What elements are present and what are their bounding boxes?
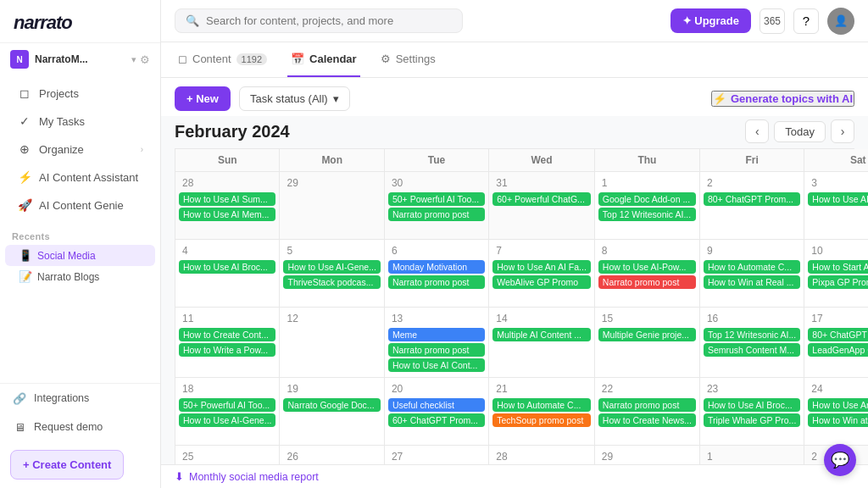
calendar-event[interactable]: Narrato Google Doc... bbox=[283, 398, 380, 412]
calendar-day-cell[interactable]: 1Google Doc Add-on ...Top 12 Writesonic … bbox=[595, 172, 700, 240]
tab-content[interactable]: ◻ Content 1192 bbox=[175, 42, 270, 77]
user-avatar[interactable]: 👤 bbox=[827, 8, 854, 35]
calendar-event[interactable]: Useful checklist bbox=[388, 398, 485, 412]
calendar-event[interactable]: How to Use AI-Gene... bbox=[179, 413, 275, 427]
calendar-day-cell[interactable]: 8How to Use AI-Pow...Narrato promo post bbox=[595, 240, 700, 308]
calendar-day-cell[interactable]: 21How to Automate C...TechSoup promo pos… bbox=[489, 378, 595, 446]
today-button[interactable]: Today bbox=[774, 121, 826, 142]
calendar-event[interactable]: 80+ ChatGPT Prom... bbox=[808, 328, 868, 341]
calendar-event[interactable]: Monday Motivation bbox=[388, 260, 485, 274]
calendar-event[interactable]: Google Doc Add-on ... bbox=[598, 192, 696, 206]
monthly-report-link[interactable]: Monthly social media report bbox=[189, 471, 319, 483]
calendar-day-cell[interactable]: 27Top 12 Writesonic AI...Narrato promo p… bbox=[385, 446, 489, 464]
calendar-event[interactable]: How to Win at Real ... bbox=[808, 413, 868, 427]
sidebar-item-ai-content-assistant[interactable]: ⚡ AI Content Assistant bbox=[5, 164, 155, 191]
calendar-event[interactable]: 50+ Powerful AI Too... bbox=[179, 398, 275, 412]
calendar-day-cell[interactable]: 3How to Use AI Mem... bbox=[804, 172, 868, 240]
calendar-event[interactable]: How to Use AI-Gene... bbox=[283, 260, 380, 274]
calendar-event[interactable]: How to Use AI Mem... bbox=[808, 192, 868, 206]
calendar-event[interactable]: How to Automate C... bbox=[492, 398, 591, 412]
calendar-event[interactable]: How to Use AI-Pow... bbox=[598, 260, 696, 274]
calendar-event[interactable]: LeadGenApp GP Pro... bbox=[808, 343, 868, 357]
calendar-event[interactable]: ThriveStack podcas... bbox=[283, 275, 380, 289]
calendar-day-cell[interactable]: 28Poll50+ ChatGPT Prom... bbox=[489, 446, 595, 464]
calendar-day-cell[interactable]: 25How to Use AI Cont...NetPeak Software … bbox=[175, 446, 280, 464]
calendar-event[interactable]: How to Write a Pow... bbox=[179, 343, 275, 357]
tab-calendar[interactable]: 📅 Calendar bbox=[287, 42, 360, 77]
calendar-day-cell[interactable]: 28How to Use AI Sum...How to Use AI Mem.… bbox=[175, 172, 280, 240]
calendar-day-cell[interactable]: 19Narrato Google Doc... bbox=[280, 378, 384, 446]
sidebar-item-narrato-blogs[interactable]: 📝 Narrato Blogs bbox=[0, 266, 160, 287]
calendar-event[interactable]: 60+ Powerful ChatG... bbox=[492, 192, 591, 206]
calendar-day-cell[interactable]: 24How to Use An AI Fa...How to Win at Re… bbox=[804, 378, 868, 446]
calendar-event[interactable]: How to Use An AI Fa... bbox=[492, 260, 591, 274]
calendar-event[interactable]: Narrato promo post bbox=[388, 275, 485, 289]
calendar-event[interactable]: Top 12 Writesonic AI... bbox=[598, 208, 696, 221]
sidebar-item-my-tasks[interactable]: ✓ My Tasks bbox=[5, 108, 155, 135]
calendar-event[interactable]: How to Use AI Sum... bbox=[179, 192, 275, 206]
calendar-event[interactable]: How to Use AI Broc... bbox=[704, 398, 800, 412]
gear-icon[interactable]: ⚙ bbox=[140, 53, 150, 66]
calendar-event[interactable]: Meme bbox=[388, 328, 485, 341]
calendar-event[interactable]: How to Win at Real ... bbox=[704, 275, 800, 289]
calendar-day-cell[interactable]: 26How to Write a Pow... bbox=[280, 446, 384, 464]
chat-bubble[interactable]: 💬 bbox=[824, 444, 856, 476]
request-demo-link[interactable]: 🖥 Request demo bbox=[0, 413, 160, 441]
calendar-day-cell[interactable]: 29Narrato promo postSemrush Content M... bbox=[595, 446, 700, 464]
calendar-day-cell[interactable]: 11How to Create Cont...How to Write a Po… bbox=[175, 308, 280, 378]
calendar-day-cell[interactable]: 1850+ Powerful AI Too...How to Use AI-Ge… bbox=[175, 378, 280, 446]
calendar-event[interactable]: How to Use An AI Fa... bbox=[808, 398, 868, 412]
generate-topics-button[interactable]: ⚡ Generate topics with AI bbox=[711, 91, 854, 107]
calendar-event[interactable]: Multiple AI Content ... bbox=[492, 328, 591, 341]
calendar-day-cell[interactable]: 280+ ChatGPT Prom... bbox=[700, 172, 804, 240]
upgrade-button[interactable]: ✦ Upgrade bbox=[670, 8, 751, 33]
calendar-day-cell[interactable]: 3050+ Powerful AI Too...Narrato promo po… bbox=[385, 172, 489, 240]
prev-month-button[interactable]: ‹ bbox=[745, 119, 769, 143]
calendar-event[interactable]: Narrato promo post bbox=[598, 275, 696, 289]
calendar-event[interactable]: Narrato promo post bbox=[598, 398, 696, 412]
calendar-event[interactable]: Pixpa GP Promo bbox=[808, 275, 868, 289]
calendar-day-cell[interactable]: 9How to Automate C...How to Win at Real … bbox=[700, 240, 804, 308]
calendar-event[interactable]: 80+ ChatGPT Prom... bbox=[704, 192, 800, 206]
sidebar-item-projects[interactable]: ◻ Projects bbox=[5, 80, 155, 107]
search-input[interactable] bbox=[206, 14, 452, 27]
calendar-event[interactable]: Narrato promo post bbox=[388, 343, 485, 357]
calendar-day-cell[interactable]: 13MemeNarrato promo postHow to Use AI Co… bbox=[385, 308, 489, 378]
calendar-day-cell[interactable]: 5How to Use AI-Gene...ThriveStack podcas… bbox=[280, 240, 384, 308]
calendar-event[interactable]: 50+ Powerful AI Too... bbox=[388, 192, 485, 206]
integrations-link[interactable]: 🔗 Integrations bbox=[0, 384, 160, 413]
calendar-event[interactable]: Semrush Content M... bbox=[704, 343, 800, 357]
calendar-day-cell[interactable]: 22Narrato promo postHow to Create News..… bbox=[595, 378, 700, 446]
calendar-event[interactable]: Top 12 Writesonic AI... bbox=[704, 328, 800, 341]
next-month-button[interactable]: › bbox=[831, 119, 854, 143]
task-status-filter[interactable]: Task status (All) ▾ bbox=[239, 86, 350, 111]
calendar-day-cell[interactable]: 15Multiple Genie proje... bbox=[595, 308, 700, 378]
calendar-event[interactable]: How to Use AI Mem... bbox=[179, 208, 275, 221]
calendar-365-icon[interactable]: 365 bbox=[760, 8, 785, 34]
sidebar-item-ai-content-genie[interactable]: 🚀 AI Content Genie bbox=[5, 191, 155, 219]
calendar-day-cell[interactable]: 23How to Use AI Broc...Triple Whale GP P… bbox=[700, 378, 804, 446]
calendar-event[interactable]: WebAlive GP Promo bbox=[492, 275, 591, 289]
help-icon[interactable]: ? bbox=[793, 8, 819, 34]
calendar-event[interactable]: 60+ ChatGPT Prom... bbox=[388, 413, 485, 427]
calendar-event[interactable]: How to Create News... bbox=[598, 413, 696, 427]
calendar-day-cell[interactable]: 1780+ ChatGPT Prom...LeadGenApp GP Pro..… bbox=[804, 308, 868, 378]
create-content-button[interactable]: + Create Content bbox=[10, 450, 124, 480]
sidebar-item-organize[interactable]: ⊕ Organize › bbox=[5, 136, 155, 163]
calendar-event[interactable]: How to Create Cont... bbox=[179, 328, 275, 341]
calendar-day-cell[interactable]: 4How to Use AI Broc... bbox=[175, 240, 280, 308]
calendar-event[interactable]: How to Start Affiliat... bbox=[808, 260, 868, 274]
calendar-event[interactable]: How to Use AI Cont... bbox=[388, 358, 485, 372]
calendar-day-cell[interactable]: 140+ ChatGPT Prom... bbox=[700, 446, 804, 464]
search-box[interactable]: 🔍 bbox=[175, 8, 463, 33]
tab-settings[interactable]: ⚙ Settings bbox=[377, 42, 439, 77]
calendar-event[interactable]: Narrato promo post bbox=[388, 208, 485, 221]
calendar-day-cell[interactable]: 3160+ Powerful ChatG... bbox=[489, 172, 595, 240]
calendar-day-cell[interactable]: 16Top 12 Writesonic AI...Semrush Content… bbox=[700, 308, 804, 378]
new-button[interactable]: + New bbox=[175, 86, 231, 111]
calendar-event[interactable]: TechSoup promo post bbox=[492, 413, 591, 427]
calendar-event[interactable]: How to Use AI Broc... bbox=[179, 260, 275, 274]
calendar-day-cell[interactable]: 10How to Start Affiliat...Pixpa GP Promo bbox=[804, 240, 868, 308]
calendar-day-cell[interactable]: 12 bbox=[280, 308, 384, 378]
calendar-event[interactable]: Multiple Genie proje... bbox=[598, 328, 696, 341]
